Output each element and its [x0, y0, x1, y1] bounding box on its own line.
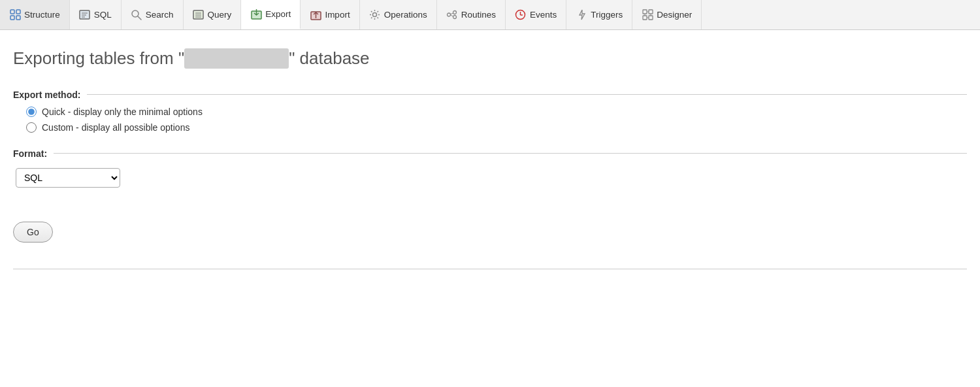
- svg-line-25: [378, 11, 379, 12]
- tab-events[interactable]: Events: [506, 0, 566, 29]
- quick-radio[interactable]: [26, 107, 37, 117]
- svg-rect-3: [16, 16, 20, 20]
- tab-query[interactable]: Query: [184, 0, 242, 29]
- tab-sql[interactable]: SQL: [70, 0, 122, 29]
- format-select[interactable]: SQL CSV JSON XML PDF LaTeX OpenDocument …: [16, 168, 120, 188]
- svg-rect-36: [649, 10, 653, 14]
- tab-bar: Structure SQL Search: [0, 0, 980, 30]
- svg-point-27: [448, 13, 451, 16]
- tab-export-label: Export: [265, 9, 291, 19]
- tab-events-label: Events: [530, 10, 557, 20]
- search-icon: [131, 9, 142, 21]
- tab-triggers-label: Triggers: [591, 10, 623, 20]
- tab-structure-label: Structure: [24, 10, 60, 20]
- format-divider: [54, 153, 967, 154]
- bottom-divider: [13, 269, 967, 269]
- query-icon: [193, 9, 204, 21]
- events-icon: [515, 9, 527, 21]
- svg-rect-0: [10, 10, 14, 14]
- tab-routines-label: Routines: [461, 10, 496, 20]
- tab-routines[interactable]: Routines: [437, 0, 506, 29]
- svg-line-31: [451, 15, 453, 16]
- svg-line-26: [371, 18, 372, 19]
- export-method-section: Export method: Quick - display only the …: [13, 90, 967, 133]
- svg-line-24: [378, 18, 379, 19]
- designer-icon: [642, 9, 653, 21]
- svg-line-23: [371, 11, 372, 12]
- go-button[interactable]: Go: [13, 222, 53, 243]
- format-header: Format:: [13, 148, 967, 159]
- tab-designer-label: Designer: [657, 10, 692, 20]
- svg-rect-38: [649, 16, 653, 20]
- svg-rect-1: [16, 10, 20, 14]
- tab-triggers[interactable]: Triggers: [566, 0, 632, 29]
- main-content: Exporting tables from " " database Expor…: [0, 30, 980, 282]
- import-icon: [310, 9, 321, 21]
- database-name: [184, 48, 289, 69]
- tab-query-label: Query: [208, 10, 232, 20]
- tab-search[interactable]: Search: [122, 0, 184, 29]
- export-method-header: Export method:: [13, 90, 967, 100]
- tab-search-label: Search: [146, 10, 174, 20]
- tab-sql-label: SQL: [94, 10, 112, 20]
- format-title: Format:: [13, 148, 47, 159]
- triggers-icon: [576, 9, 587, 21]
- svg-rect-2: [10, 16, 14, 20]
- svg-rect-37: [643, 16, 647, 20]
- svg-point-18: [373, 13, 377, 17]
- quick-label: Quick - display only the minimal options: [42, 107, 203, 117]
- tab-import[interactable]: Import: [301, 0, 359, 29]
- routines-icon: [446, 9, 458, 21]
- sql-icon: [79, 9, 91, 21]
- title-suffix: " database: [289, 48, 369, 68]
- custom-label: Custom - display all possible options: [42, 122, 189, 133]
- tab-export[interactable]: Export: [241, 0, 301, 29]
- export-method-divider: [87, 94, 967, 95]
- operations-icon: [369, 9, 381, 21]
- export-method-title: Export method:: [13, 90, 80, 100]
- custom-radio[interactable]: [26, 122, 37, 133]
- svg-point-28: [453, 11, 457, 14]
- structure-icon: [9, 9, 21, 21]
- format-section: Format: SQL CSV JSON XML PDF LaTeX OpenD…: [13, 148, 967, 188]
- export-method-options: Quick - display only the minimal options…: [26, 107, 967, 133]
- tab-designer[interactable]: Designer: [632, 0, 702, 29]
- tab-structure[interactable]: Structure: [0, 0, 70, 29]
- svg-line-9: [138, 16, 141, 20]
- quick-option[interactable]: Quick - display only the minimal options: [26, 107, 967, 117]
- tab-import-label: Import: [325, 10, 350, 20]
- export-icon: [250, 8, 262, 20]
- svg-rect-35: [643, 10, 647, 14]
- page-title: Exporting tables from " " database: [13, 48, 967, 70]
- svg-line-30: [451, 13, 453, 14]
- title-prefix: Exporting tables from ": [13, 48, 184, 68]
- tab-operations-label: Operations: [384, 10, 427, 20]
- custom-option[interactable]: Custom - display all possible options: [26, 122, 967, 133]
- tab-operations[interactable]: Operations: [360, 0, 437, 29]
- svg-point-29: [453, 16, 457, 19]
